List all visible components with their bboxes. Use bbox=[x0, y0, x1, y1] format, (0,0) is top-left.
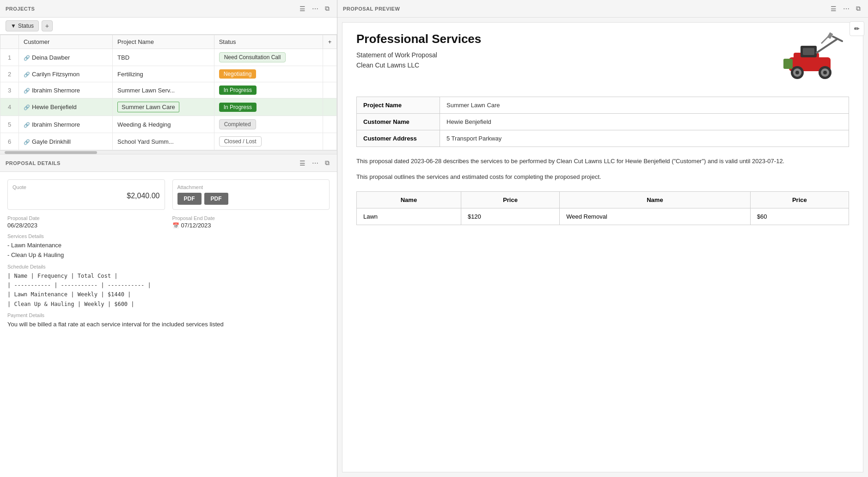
link-icon: 🔗 bbox=[24, 139, 30, 145]
svg-rect-13 bbox=[827, 32, 833, 39]
table-row[interactable]: 2 🔗Carilyn Fitzsymon Fertilizing Negotia… bbox=[0, 66, 337, 82]
schedule-row-4: | Clean Up & Hauling | Weekly | $600 | bbox=[7, 300, 330, 309]
projects-more-icon[interactable]: ⋯ bbox=[310, 4, 320, 13]
proposal-date-field: Proposal Date 06/28/2023 bbox=[7, 215, 165, 229]
preview-expand-icon[interactable]: ⧉ bbox=[854, 4, 862, 13]
row-add bbox=[323, 98, 337, 116]
services-col-header: Price bbox=[461, 192, 559, 208]
row-num: 5 bbox=[0, 116, 19, 133]
preview-header-actions: ☰ ⋯ ⧉ bbox=[829, 4, 862, 13]
col-add[interactable]: + bbox=[323, 35, 337, 49]
services-details-label: Services Details bbox=[7, 233, 330, 239]
table-row[interactable]: 5 🔗Ibrahim Shermore Weeding & Hedging Co… bbox=[0, 116, 337, 133]
row-customer: 🔗Ibrahim Shermore bbox=[19, 82, 113, 98]
info-table-row: Customer Address5 Transport Parkway bbox=[357, 130, 849, 147]
row-project-name: School Yard Summ... bbox=[113, 133, 214, 150]
filter-label: Status bbox=[18, 23, 34, 29]
link-icon: 🔗 bbox=[24, 104, 30, 110]
services-cell: $60 bbox=[750, 208, 849, 225]
projects-scrollbar[interactable] bbox=[0, 150, 337, 154]
proposal-date-label: Proposal Date bbox=[7, 215, 165, 221]
row-project-name: Summer Lawn Care bbox=[113, 98, 214, 116]
preview-edit-button[interactable]: ✏ bbox=[850, 21, 864, 36]
proposal-filter-icon[interactable]: ☰ bbox=[298, 159, 307, 168]
projects-table-icon[interactable]: ☰ bbox=[298, 4, 307, 13]
preview-main-title: Professional Services bbox=[356, 32, 481, 46]
info-label: Customer Name bbox=[357, 114, 440, 130]
table-row[interactable]: 4 🔗Hewie Benjefield Summer Lawn Care In … bbox=[0, 98, 337, 116]
description-paragraph: This proposal outlines the services and … bbox=[356, 172, 849, 182]
info-label: Project Name bbox=[357, 97, 440, 114]
info-value: 5 Transport Parkway bbox=[440, 130, 849, 147]
table-row[interactable]: 6 🔗Gayle Drinkhill School Yard Summ... C… bbox=[0, 133, 337, 150]
projects-expand-icon[interactable]: ⧉ bbox=[323, 4, 331, 13]
proposal-description: This proposal dated 2023-06-28 describes… bbox=[356, 156, 849, 182]
proposal-end-date-label: Proposal End Date bbox=[172, 215, 330, 221]
status-badge: Negotiating bbox=[219, 69, 257, 79]
row-num: 4 bbox=[0, 98, 19, 116]
row-num: 2 bbox=[0, 66, 19, 82]
preview-more-icon[interactable]: ⋯ bbox=[841, 4, 851, 13]
info-value: Summer Lawn Care bbox=[440, 97, 849, 114]
row-customer: 🔗Deina Dawber bbox=[19, 49, 113, 66]
table-row[interactable]: 1 🔗Deina Dawber TBD Need Consultation Ca… bbox=[0, 49, 337, 66]
col-status: Status bbox=[214, 35, 323, 49]
svg-point-6 bbox=[795, 71, 799, 74]
calendar-icon: 📅 bbox=[172, 222, 179, 229]
info-table-row: Project NameSummer Lawn Care bbox=[357, 97, 849, 114]
add-filter-button[interactable]: + bbox=[42, 20, 53, 31]
filter-icon: ▼ bbox=[11, 23, 16, 29]
services-cell: Lawn bbox=[357, 208, 461, 225]
row-num: 6 bbox=[0, 133, 19, 150]
row-project-name: Fertilizing bbox=[113, 66, 214, 82]
services-col-header: Name bbox=[560, 192, 751, 208]
services-cell: Weed Removal bbox=[560, 208, 751, 225]
row-project-name: Weeding & Hedging bbox=[113, 116, 214, 133]
proposal-dates: Proposal Date 06/28/2023 Proposal End Da… bbox=[7, 215, 330, 229]
col-project-name: Project Name bbox=[113, 35, 214, 49]
projects-table: Customer Project Name Status + 1 🔗Deina … bbox=[0, 35, 337, 150]
svg-rect-14 bbox=[783, 59, 793, 69]
row-status: In Progress bbox=[214, 82, 323, 98]
schedule-row-2: | ----------- | ----------- | ----------… bbox=[7, 281, 330, 290]
filter-status-button[interactable]: ▼ Status bbox=[6, 20, 39, 31]
svg-point-9 bbox=[823, 71, 827, 74]
row-customer: 🔗Hewie Benjefield bbox=[19, 98, 113, 116]
pdf-button-1[interactable]: PDF bbox=[177, 193, 202, 205]
quote-value: $2,040.00 bbox=[12, 192, 160, 200]
row-customer: 🔗Carilyn Fitzsymon bbox=[19, 66, 113, 82]
row-num: 3 bbox=[0, 82, 19, 98]
proposal-more-icon[interactable]: ⋯ bbox=[310, 159, 320, 168]
info-table: Project NameSummer Lawn CareCustomer Nam… bbox=[356, 97, 849, 147]
services-table-row: Lawn$120Weed Removal$60 bbox=[357, 208, 849, 225]
info-value: Hewie Benjefield bbox=[440, 114, 849, 130]
schedule-row-3: | Lawn Maintenance | Weekly | $1440 | bbox=[7, 290, 330, 299]
row-add bbox=[323, 116, 337, 133]
proposal-expand-icon[interactable]: ⧉ bbox=[323, 158, 331, 168]
services-col-header: Price bbox=[750, 192, 849, 208]
services-cell: $120 bbox=[461, 208, 559, 225]
row-customer: 🔗Ibrahim Shermore bbox=[19, 116, 113, 133]
row-num: 1 bbox=[0, 49, 19, 66]
status-badge: Need Consultation Call bbox=[219, 52, 286, 62]
preview-filter-icon[interactable]: ☰ bbox=[829, 4, 838, 13]
attachment-label: Attachment bbox=[177, 184, 325, 190]
proposal-end-date-value: 📅 07/12/2023 bbox=[172, 222, 330, 229]
svg-rect-3 bbox=[803, 48, 814, 55]
col-customer: Customer bbox=[19, 35, 113, 49]
projects-title: PROJECTS bbox=[6, 6, 35, 12]
link-icon: 🔗 bbox=[24, 122, 30, 128]
row-add bbox=[323, 66, 337, 82]
payment-details-label: Payment Details bbox=[7, 312, 330, 318]
proposal-details-title: PROPOSAL DETAILS bbox=[6, 160, 61, 166]
quote-box: Quote $2,040.00 bbox=[7, 179, 165, 210]
row-status: Need Consultation Call bbox=[214, 49, 323, 66]
projects-header-actions: ☰ ⋯ ⧉ bbox=[298, 4, 331, 13]
lawnmower-illustration bbox=[775, 32, 849, 87]
pdf-button-2[interactable]: PDF bbox=[204, 193, 228, 205]
attachment-box: Attachment PDF PDF bbox=[172, 179, 330, 210]
services-col-header: Name bbox=[357, 192, 461, 208]
schedule-details-label: Schedule Details bbox=[7, 264, 330, 269]
table-row[interactable]: 3 🔗Ibrahim Shermore Summer Lawn Serv... … bbox=[0, 82, 337, 98]
row-status: Negotiating bbox=[214, 66, 323, 82]
